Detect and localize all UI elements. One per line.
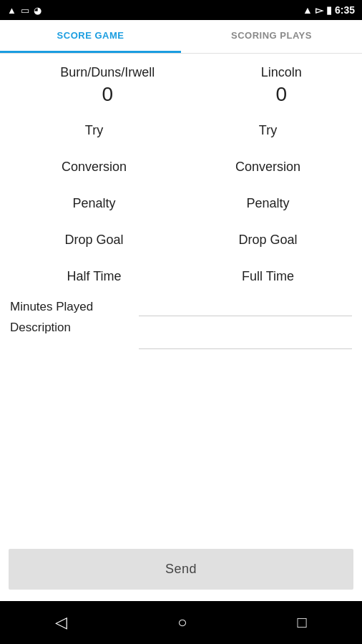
tab-bar: SCORE GAME SCORING PLAYS	[0, 20, 362, 54]
team-right-score: 0	[275, 83, 287, 106]
description-label: Description	[10, 321, 139, 335]
status-bar-left: ▲ ▭ ◕	[7, 5, 41, 16]
description-row: Description	[10, 321, 352, 349]
scoring-grid: Try Conversion Penalty Drop Goal Half Ti…	[0, 117, 362, 290]
send-button[interactable]: Send	[9, 549, 353, 590]
status-bar: ▲ ▭ ◕ ▲ ▻ ▮ 6:35	[0, 0, 362, 20]
input-section: Minutes Played Description	[0, 290, 362, 358]
send-button-wrapper: Send	[0, 542, 362, 601]
team-right-name: Lincoln	[261, 65, 302, 80]
time-display: 6:35	[335, 4, 355, 16]
penalty-right-button[interactable]: Penalty	[240, 193, 295, 214]
home-nav-icon[interactable]: ○	[177, 613, 187, 632]
network-icon: ▻	[315, 4, 323, 16]
score-section: Burn/Duns/Irwell 0 Lincoln 0	[0, 54, 362, 113]
scoring-col-left: Try Conversion Penalty Drop Goal Half Ti…	[11, 120, 177, 287]
description-input[interactable]	[139, 321, 352, 349]
recents-nav-icon[interactable]: □	[298, 613, 307, 632]
team-right-block: Lincoln 0	[261, 65, 302, 106]
drop-goal-left-button[interactable]: Drop Goal	[59, 230, 129, 250]
status-bar-right: ▲ ▻ ▮ 6:35	[303, 4, 355, 16]
nav-bar: ◁ ○ □	[0, 601, 362, 644]
full-time-button[interactable]: Full Time	[236, 266, 300, 287]
main-content: Burn/Duns/Irwell 0 Lincoln 0 Try Convers…	[0, 54, 362, 601]
wifi-icon: ▲	[7, 5, 16, 16]
minutes-played-row: Minutes Played	[10, 297, 352, 316]
back-nav-icon[interactable]: ◁	[55, 613, 67, 632]
photo-icon: ▭	[21, 5, 29, 16]
minutes-played-input[interactable]	[139, 297, 352, 316]
team-left-block: Burn/Duns/Irwell 0	[60, 65, 155, 106]
team-left-name: Burn/Duns/Irwell	[60, 65, 155, 80]
try-right-button[interactable]: Try	[253, 120, 283, 141]
conversion-left-button[interactable]: Conversion	[56, 157, 132, 177]
android-icon: ◕	[34, 5, 41, 16]
try-left-button[interactable]: Try	[79, 120, 109, 141]
drop-goal-right-button[interactable]: Drop Goal	[233, 230, 303, 250]
half-time-button[interactable]: Half Time	[61, 266, 127, 287]
penalty-left-button[interactable]: Penalty	[67, 193, 121, 214]
team-left-score: 0	[102, 83, 113, 106]
conversion-right-button[interactable]: Conversion	[230, 157, 306, 177]
tab-score-game[interactable]: SCORE GAME	[0, 20, 181, 53]
battery-icon: ▮	[326, 4, 332, 16]
minutes-played-label: Minutes Played	[10, 300, 139, 314]
signal-icon: ▲	[303, 4, 313, 16]
scoring-col-right: Try Conversion Penalty Drop Goal Full Ti…	[185, 120, 351, 287]
tab-scoring-plays[interactable]: SCORING PLAYS	[181, 20, 362, 53]
